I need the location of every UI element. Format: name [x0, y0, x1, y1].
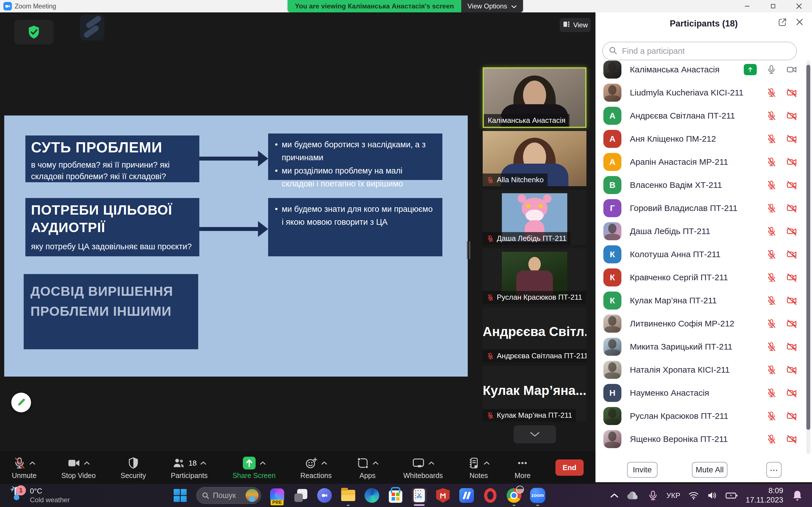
- scrollbar-thumb[interactable]: [806, 65, 810, 430]
- close-panel-icon[interactable]: [795, 17, 804, 27]
- view-options-button[interactable]: View Options: [461, 0, 523, 12]
- chevron-up-icon[interactable]: [428, 461, 435, 465]
- participant-row[interactable]: ННауменко Анастасія: [596, 381, 812, 404]
- snipping-tool-icon[interactable]: [412, 488, 427, 503]
- participant-big-name: Андрєєва Світл...: [483, 324, 587, 339]
- participant-row[interactable]: Liudmyla Kucheriava KICI-211: [596, 81, 812, 104]
- participant-row[interactable]: Литвиненко Софія МР-212: [596, 312, 812, 335]
- minimize-button[interactable]: [734, 0, 760, 12]
- participant-row[interactable]: Руслан Красюков ПТ-211: [596, 404, 812, 428]
- whiteboard-icon: [412, 457, 425, 469]
- task-view-icon[interactable]: [293, 488, 308, 503]
- participant-name-label: Руслан Красюков ПТ-211: [483, 291, 586, 304]
- participant-row[interactable]: ВВласенко Вадім ХТ-211: [596, 173, 812, 196]
- mic-off-icon: [487, 294, 494, 301]
- participant-row[interactable]: ААня Кліщенко ПМ-212: [596, 127, 812, 151]
- participant-name: Арапін Анастасія МР-211: [630, 157, 766, 167]
- pop-out-icon[interactable]: [777, 17, 787, 28]
- more-button[interactable]: More: [515, 455, 530, 480]
- mcafee-icon[interactable]: [435, 488, 451, 503]
- chat-icon[interactable]: [317, 488, 332, 503]
- participant-row[interactable]: ККравченко Сергій ПТ-211: [596, 266, 812, 289]
- mic-off-icon: [766, 411, 776, 421]
- clock[interactable]: 8:0917.11.2023: [746, 486, 783, 505]
- video-tile[interactable]: Кулак Мар’яна...Кулак Мар’яна ПТ-211: [483, 366, 587, 421]
- edge-icon[interactable]: [364, 488, 379, 503]
- weather-widget[interactable]: 1 0°C Cold weather: [10, 486, 70, 504]
- end-meeting-button[interactable]: End: [555, 459, 583, 476]
- participant-row[interactable]: ККулак Мар’яна ПТ-211: [596, 289, 812, 312]
- unmute-button[interactable]: Unmute: [12, 455, 37, 480]
- avatar-letter: К: [603, 245, 621, 263]
- participant-row[interactable]: ККолотуша Анна ПТ-211: [596, 243, 812, 266]
- chevron-up-icon[interactable]: [84, 461, 90, 465]
- chevron-up-icon[interactable]: [29, 461, 36, 465]
- scrollbar-track[interactable]: [806, 60, 810, 454]
- invite-button[interactable]: Invite: [627, 462, 658, 478]
- ai-app-icon[interactable]: [459, 488, 474, 503]
- panel-resize-handle[interactable]: [467, 241, 470, 259]
- participant-row[interactable]: Ященко Вероніка ПТ-211: [596, 428, 812, 451]
- participant-row[interactable]: ААрапін Анастасія МР-211: [596, 151, 812, 173]
- toolbar-label: Participants: [171, 471, 208, 480]
- participants-list: Каліманська АнастасіяLiudmyla Kucheriava…: [596, 58, 812, 451]
- chevron-up-icon[interactable]: [484, 461, 490, 465]
- bullet-text: ми будемо боротися з наслідками, а з при…: [282, 138, 436, 164]
- taskbar-search[interactable]: Пошук: [196, 487, 261, 504]
- participants-button[interactable]: 18Participants: [171, 455, 208, 480]
- video-tile[interactable]: Андрєєва Світл...Андрєєва Світлана ПТ-21…: [483, 307, 587, 362]
- chevron-up-icon[interactable]: [321, 461, 327, 465]
- bullet-text: ми розділимо проблему на малі складові і…: [282, 164, 436, 190]
- stop-video-button[interactable]: Stop Video: [61, 455, 96, 480]
- chevron-up-icon[interactable]: [200, 461, 206, 465]
- participant-search[interactable]: [602, 42, 797, 60]
- microsoft-store-icon[interactable]: [388, 488, 403, 503]
- tray-expand-icon[interactable]: [610, 493, 619, 498]
- windows-start-icon[interactable]: [172, 488, 188, 503]
- wifi-icon[interactable]: [688, 491, 699, 500]
- zoom-icon[interactable]: zoom: [530, 488, 545, 503]
- participant-row[interactable]: ГГоровий Владислав ПТ-211: [596, 196, 812, 220]
- participant-name: Андрєєва Світлана ПТ-211: [497, 351, 587, 360]
- video-tile[interactable]: Даша Лебідь ПТ-211: [483, 190, 587, 245]
- volume-icon[interactable]: [707, 491, 718, 500]
- reactions-button[interactable]: Reactions: [300, 455, 332, 480]
- participant-row[interactable]: Микита Зарицький ПТ-211: [596, 335, 812, 358]
- annotate-button[interactable]: [11, 393, 31, 412]
- collapse-thumbnails-button[interactable]: [514, 425, 556, 443]
- file-explorer-icon[interactable]: [341, 488, 356, 503]
- mute-all-button[interactable]: Mute All: [692, 462, 727, 478]
- participant-row[interactable]: ААндрєєва Світлана ПТ-211: [596, 104, 812, 127]
- microphone-status-icon[interactable]: [647, 490, 659, 501]
- participant-row[interactable]: Наталія Хропата КІСІ-211: [596, 358, 812, 381]
- mic-off-icon: [766, 365, 776, 375]
- battery-icon[interactable]: [725, 492, 738, 499]
- more-options-button[interactable]: ⋯: [766, 462, 781, 478]
- video-tile[interactable]: Каліманська Анастасія: [483, 67, 587, 128]
- chrome-icon[interactable]: [506, 488, 522, 503]
- notes-button[interactable]: Notes: [468, 455, 490, 480]
- windows-taskbar: 1 0°C Cold weather ПошукPREzoom УКР8:091…: [0, 484, 812, 507]
- notifications-bell-icon[interactable]: [791, 489, 804, 502]
- video-tile[interactable]: Руслан Красюков ПТ-211: [483, 248, 587, 304]
- onedrive-icon[interactable]: [626, 491, 640, 500]
- whiteboards-button[interactable]: Whiteboards: [403, 455, 443, 480]
- search-input[interactable]: [621, 46, 791, 56]
- chevron-up-icon[interactable]: [260, 461, 266, 465]
- system-tray: УКР8:0917.11.2023: [610, 484, 804, 507]
- maximize-button[interactable]: [760, 0, 786, 12]
- security-button[interactable]: Security: [120, 455, 146, 480]
- participant-row[interactable]: Каліманська Анастасія: [596, 58, 812, 81]
- video-thumbnails: Каліманська АнастасіяAlla NitchenkoДаша …: [483, 12, 587, 451]
- chevron-up-icon[interactable]: [372, 461, 378, 465]
- share-screen-button[interactable]: Share Screen: [232, 455, 275, 480]
- video-tile[interactable]: Alla Nitchenko: [483, 131, 587, 186]
- toolbar-label: Notes: [469, 471, 488, 480]
- apps-button[interactable]: Apps: [357, 455, 378, 480]
- camera-off-icon: [786, 295, 797, 306]
- participant-row[interactable]: Даша Лебідь ПТ-211: [596, 220, 812, 243]
- opera-icon[interactable]: [483, 488, 498, 503]
- close-button[interactable]: [786, 0, 812, 12]
- language-indicator[interactable]: УКР: [666, 491, 680, 500]
- copilot-icon[interactable]: PRE: [269, 488, 285, 503]
